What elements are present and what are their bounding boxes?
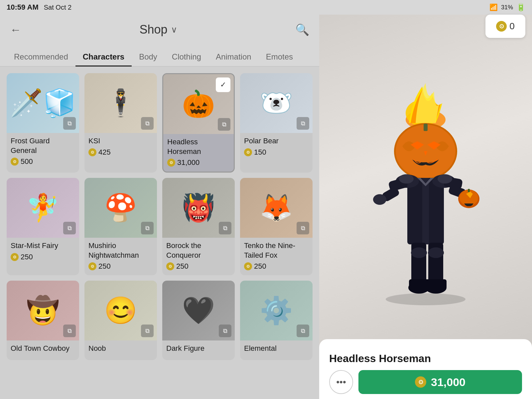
item-thumb-headless-horseman: 🎃✓⧉	[163, 74, 234, 134]
item-emoji-polar-bear: 🐻‍❄️	[260, 87, 293, 119]
copy-icon[interactable]: ⧉	[219, 325, 231, 337]
item-name-mushirio: Mushirio Nightwatchman	[88, 241, 153, 260]
search-button[interactable]: 🔍	[295, 23, 309, 36]
copy-icon[interactable]: ⧉	[141, 222, 154, 234]
item-name-star-mist-fairy: Star-Mist Fairy	[11, 241, 75, 251]
item-emoji-ksi: 🕴️	[104, 87, 137, 119]
item-price-borock: ⊙250	[166, 262, 231, 271]
buy-price: 31,000	[431, 376, 466, 389]
svg-point-18	[460, 190, 478, 206]
tab-bar: RecommendedCharactersBodyClothingAnimati…	[0, 45, 319, 66]
copy-icon[interactable]: ⧉	[63, 325, 76, 337]
copy-icon[interactable]: ⧉	[297, 117, 309, 130]
wifi-icon: 📶	[489, 3, 498, 11]
item-thumb-star-mist-fairy: 🧚⧉	[7, 178, 79, 238]
dropdown-chevron-icon[interactable]: ∨	[171, 25, 177, 35]
copy-icon[interactable]: ⧉	[218, 118, 230, 131]
item-emoji-headless-horseman: 🎃	[182, 88, 215, 120]
shop-header: ← Shop ∨ 🔍	[0, 15, 319, 45]
price-value: 425	[98, 148, 111, 157]
svg-rect-9	[422, 178, 429, 244]
svg-rect-28	[426, 279, 447, 289]
item-card-old-town[interactable]: 🤠⧉Old Town Cowboy	[7, 281, 79, 360]
robux-count: 0	[509, 21, 515, 32]
item-card-frost-guard[interactable]: 🗡️🧊⧉Frost Guard General⊙500	[7, 73, 79, 173]
item-price-headless-horseman: ⊙31,000	[167, 158, 230, 167]
item-name-ksi: KSI	[88, 136, 153, 146]
tab-clothing[interactable]: Clothing	[165, 48, 208, 66]
item-info-mushirio: Mushirio Nightwatchman⊙250	[84, 238, 157, 275]
item-thumb-borock: 👹⧉	[162, 178, 235, 238]
tab-characters[interactable]: Characters	[75, 48, 132, 66]
status-time: 10:59 AM	[7, 3, 39, 12]
item-name-dark-figure: Dark Figure	[166, 344, 231, 353]
item-price-polar-bear: ⊙150	[244, 148, 309, 157]
item-card-noob[interactable]: 😊⧉Noob	[84, 281, 157, 360]
item-thumb-noob: 😊⧉	[84, 281, 157, 340]
copy-icon[interactable]: ⧉	[297, 222, 309, 234]
item-emoji-frost-guard: 🗡️🧊	[10, 87, 76, 119]
item-info-old-town: Old Town Cowboy	[7, 340, 79, 360]
item-thumb-old-town: 🤠⧉	[7, 281, 79, 340]
item-emoji-tenko: 🦊	[260, 192, 293, 223]
price-coin-icon: ⊙	[244, 262, 252, 270]
copy-icon[interactable]: ⧉	[141, 117, 154, 130]
item-name-borock: Borock the Conqueror	[166, 241, 231, 260]
item-thumb-mushirio: 🍄⧉	[84, 178, 157, 238]
svg-point-14	[373, 194, 386, 205]
item-emoji-noob: 😊	[104, 295, 137, 326]
item-thumb-ksi: 🕴️⧉	[84, 73, 157, 133]
item-info-polar-bear: Polar Bear⊙150	[240, 133, 313, 161]
shop-title: Shop ∨	[28, 23, 289, 37]
item-price-mushirio: ⊙250	[88, 262, 153, 271]
price-value: 250	[98, 262, 111, 271]
tab-body[interactable]: Body	[132, 48, 165, 66]
buy-button[interactable]: ⊙ 31,000	[358, 370, 522, 394]
svg-point-30	[428, 247, 444, 258]
selected-checkmark-icon: ✓	[216, 77, 230, 92]
price-coin-icon: ⊙	[88, 148, 96, 156]
copy-icon[interactable]: ⧉	[141, 325, 154, 337]
battery-percent: 31%	[501, 4, 513, 11]
price-value: 150	[254, 148, 266, 157]
tab-emotes[interactable]: Emotes	[259, 48, 300, 66]
item-info-ksi: KSI⊙425	[84, 133, 157, 161]
svg-rect-7	[424, 124, 428, 131]
more-options-button[interactable]: •••	[329, 370, 353, 394]
item-name-noob: Noob	[88, 344, 153, 353]
item-price-frost-guard: ⊙500	[11, 157, 75, 166]
item-card-elemental[interactable]: ⚙️⧉Elemental	[240, 281, 313, 360]
back-button[interactable]: ←	[10, 24, 21, 35]
item-thumb-dark-figure: 🖤⧉	[162, 281, 235, 340]
panel-actions: ••• ⊙ 31,000	[329, 370, 522, 394]
copy-icon[interactable]: ⧉	[63, 222, 76, 234]
price-coin-icon: ⊙	[11, 253, 19, 261]
item-card-ksi[interactable]: 🕴️⧉KSI⊙425	[84, 73, 157, 173]
tab-recommended[interactable]: Recommended	[7, 48, 75, 66]
item-card-polar-bear[interactable]: 🐻‍❄️⧉Polar Bear⊙150	[240, 73, 313, 173]
item-thumb-frost-guard: 🗡️🧊⧉	[7, 73, 79, 133]
copy-icon[interactable]: ⧉	[297, 325, 309, 337]
item-card-borock[interactable]: 👹⧉Borock the Conqueror⊙250	[162, 178, 235, 275]
item-emoji-dark-figure: 🖤	[182, 295, 215, 326]
item-thumb-tenko: 🦊⧉	[240, 178, 313, 238]
item-emoji-borock: 👹	[182, 192, 215, 223]
price-value: 250	[254, 262, 266, 271]
copy-icon[interactable]: ⧉	[63, 117, 76, 130]
item-card-star-mist-fairy[interactable]: 🧚⧉Star-Mist Fairy⊙250	[7, 178, 79, 275]
item-card-mushirio[interactable]: 🍄⧉Mushirio Nightwatchman⊙250	[84, 178, 157, 275]
item-card-dark-figure[interactable]: 🖤⧉Dark Figure	[162, 281, 235, 360]
robux-badge[interactable]: ⊙ 0	[485, 15, 525, 38]
item-info-tenko: Tenko the Nine-Tailed Fox⊙250	[240, 238, 313, 275]
headless-horseman-figure	[356, 80, 495, 319]
tab-animation[interactable]: Animation	[208, 48, 259, 66]
price-coin-icon: ⊙	[88, 262, 96, 270]
copy-icon[interactable]: ⧉	[219, 222, 231, 234]
item-info-star-mist-fairy: Star-Mist Fairy⊙250	[7, 238, 79, 266]
item-card-tenko[interactable]: 🦊⧉Tenko the Nine-Tailed Fox⊙250	[240, 178, 313, 275]
item-name-polar-bear: Polar Bear	[244, 136, 309, 146]
item-price-ksi: ⊙425	[88, 148, 153, 157]
item-card-headless-horseman[interactable]: 🎃✓⧉Headless Horseman⊙31,000	[162, 73, 235, 173]
price-coin-icon: ⊙	[167, 159, 175, 167]
battery-icon: 🔋	[516, 3, 525, 12]
